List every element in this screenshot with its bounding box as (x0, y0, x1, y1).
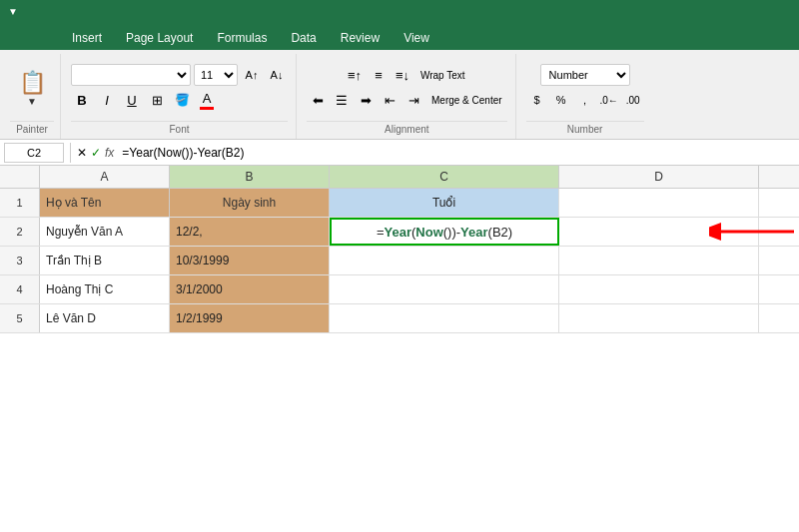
indent-decrease-btn[interactable]: ⇤ (379, 89, 400, 111)
cell-c1[interactable]: Tuổi (330, 189, 559, 217)
font-size-select[interactable]: 11 (194, 64, 238, 86)
tab-page-layout[interactable]: Page Layout (114, 26, 205, 50)
cell-b5[interactable]: 1/2/1999 (170, 304, 330, 332)
cell-b4[interactable]: 3/1/2000 (170, 275, 330, 303)
currency-btn[interactable]: $ (526, 89, 548, 111)
cell-a2[interactable]: Nguyễn Văn A (40, 218, 170, 246)
comma-btn[interactable]: , (574, 89, 596, 111)
confirm-btn[interactable]: ✓ (91, 146, 101, 160)
number-group-label: Number (526, 121, 644, 137)
align-middle-btn[interactable]: ≡ (368, 64, 390, 86)
corner-cell (0, 166, 40, 188)
col-header-b[interactable]: B (170, 166, 330, 188)
cell-b3[interactable]: 10/3/1999 (170, 247, 330, 274)
cell-a5[interactable]: Lê Văn D (40, 304, 170, 332)
spreadsheet-area: A B C D 1 Họ và Tên Ngày sinh Tuổi 2 Ngu… (0, 166, 799, 532)
ribbon: 📋 ▼ Painter 11 A↑ A↓ (0, 50, 799, 140)
align-right-btn[interactable]: ➡ (355, 89, 377, 111)
name-box[interactable] (4, 143, 64, 163)
tab-insert[interactable]: Insert (60, 26, 114, 50)
bold-button[interactable]: B (71, 89, 93, 111)
wrap-text-btn[interactable]: Wrap Text (415, 64, 470, 86)
fill-color-button[interactable]: 🪣 (171, 89, 193, 111)
row-num-5: 5 (0, 304, 40, 332)
align-top-btn[interactable]: ≡↑ (344, 64, 366, 86)
number-controls: Number $ % , .0← .00 (526, 56, 644, 121)
indent-increase-btn[interactable]: ⇥ (402, 89, 424, 111)
ribbon-tabs: Insert Page Layout Formulas Data Review … (0, 22, 799, 50)
clipboard-group: 📋 ▼ Painter (4, 54, 61, 139)
table-row: 1 Họ và Tên Ngày sinh Tuổi (0, 189, 799, 218)
cell-c5[interactable] (330, 304, 559, 332)
paste-icon: 📋 (19, 70, 46, 96)
column-headers: A B C D (0, 166, 799, 189)
table-row: 5 Lê Văn D 1/2/1999 (0, 304, 799, 333)
table-row: 4 Hoàng Thị C 3/1/2000 (0, 275, 799, 304)
cell-c2[interactable]: =Year(Now())-Year(B2) (330, 218, 559, 246)
cell-d5[interactable] (559, 304, 759, 332)
cell-a3[interactable]: Trần Thị B (40, 247, 170, 274)
font-bottom-row: B I U ⊞ 🪣 A (71, 89, 218, 111)
clipboard-label: Painter (10, 121, 54, 137)
formula-text: =Year(Now())-Year(B2) (377, 225, 512, 240)
number-format-select[interactable]: Number (540, 64, 630, 86)
percent-btn[interactable]: % (550, 89, 572, 111)
font-family-select[interactable] (71, 64, 191, 86)
align-center-btn[interactable]: ☰ (331, 89, 353, 111)
formula-input[interactable] (118, 143, 795, 163)
number-bottom-row: $ % , .0← .00 (526, 89, 644, 111)
paste-button[interactable]: 📋 ▼ (10, 57, 54, 121)
app-icon: ▼ (8, 6, 18, 17)
cell-d1[interactable] (559, 189, 759, 217)
font-top-row: 11 A↑ A↓ (71, 64, 288, 86)
cell-b2[interactable]: 12/2, (170, 218, 330, 246)
spreadsheet-grid: 1 Họ và Tên Ngày sinh Tuổi 2 Nguyễn Văn … (0, 189, 799, 333)
borders-button[interactable]: ⊞ (146, 89, 168, 111)
tab-view[interactable]: View (392, 26, 441, 50)
decrease-font-btn[interactable]: A↓ (266, 64, 288, 86)
increase-font-btn[interactable]: A↑ (241, 64, 263, 86)
red-arrow (709, 218, 759, 246)
cell-d4[interactable] (559, 275, 759, 303)
alignment-group-label: Alignment (307, 121, 507, 137)
font-controls: 11 A↑ A↓ B I U ⊞ 🪣 (71, 56, 288, 121)
table-row: 2 Nguyễn Văn A 12/2, =Year(Now())-Year(B… (0, 218, 799, 247)
fx-label: fx (105, 146, 114, 160)
merge-center-btn[interactable]: Merge & Center (426, 89, 507, 111)
cell-c4[interactable] (330, 275, 559, 303)
tab-review[interactable]: Review (329, 26, 392, 50)
align-bottom-row: ⬅ ☰ ➡ ⇤ ⇥ Merge & Center (307, 89, 507, 111)
increase-decimal-btn[interactable]: .00 (622, 89, 644, 111)
formula-separator (70, 143, 71, 163)
row-num-2: 2 (0, 218, 40, 246)
alignment-controls: ≡↑ ≡ ≡↓ Wrap Text ⬅ ☰ ➡ ⇤ ⇥ Merge & Cent… (307, 56, 507, 121)
cell-d3[interactable] (559, 247, 759, 274)
align-bottom-btn[interactable]: ≡↓ (392, 64, 413, 86)
cell-d2[interactable] (559, 218, 759, 246)
formula-controls: ✕ ✓ (77, 146, 101, 160)
font-group: 11 A↑ A↓ B I U ⊞ 🪣 (63, 54, 297, 139)
row-num-4: 4 (0, 275, 40, 303)
app-window: ▼ Insert Page Layout Formulas Data Revie… (0, 0, 799, 532)
row-num-3: 3 (0, 247, 40, 274)
alignment-group: ≡↑ ≡ ≡↓ Wrap Text ⬅ ☰ ➡ ⇤ ⇥ Merge & Cent… (299, 54, 516, 139)
col-header-d[interactable]: D (559, 166, 759, 188)
cell-a1[interactable]: Họ và Tên (40, 189, 170, 217)
number-group: Number $ % , .0← .00 Number (518, 54, 652, 139)
col-header-a[interactable]: A (40, 166, 170, 188)
title-bar: ▼ (0, 0, 799, 22)
decrease-decimal-btn[interactable]: .0← (598, 89, 620, 111)
align-left-btn[interactable]: ⬅ (307, 89, 329, 111)
col-header-c[interactable]: C (330, 166, 559, 188)
font-group-label: Font (71, 121, 288, 137)
formula-bar: ✕ ✓ fx (0, 140, 799, 166)
font-color-button[interactable]: A (196, 89, 218, 111)
cancel-btn[interactable]: ✕ (77, 146, 87, 160)
cell-a4[interactable]: Hoàng Thị C (40, 275, 170, 303)
cell-b1[interactable]: Ngày sinh (170, 189, 330, 217)
tab-formulas[interactable]: Formulas (205, 26, 279, 50)
tab-data[interactable]: Data (279, 26, 328, 50)
italic-button[interactable]: I (96, 89, 118, 111)
cell-c3[interactable] (330, 247, 559, 274)
underline-button[interactable]: U (121, 89, 143, 111)
